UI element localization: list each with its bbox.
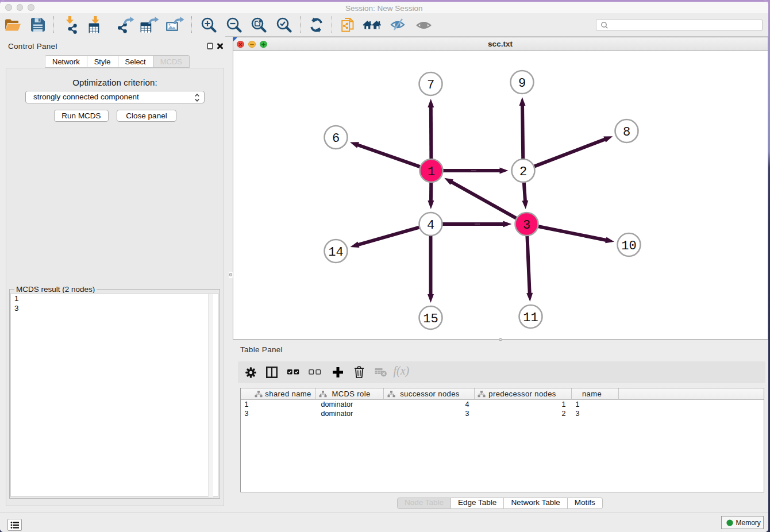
svg-text:3: 3	[522, 218, 530, 233]
svg-text:7: 7	[426, 78, 434, 92]
svg-text:4: 4	[426, 218, 434, 233]
svg-text:15: 15	[423, 312, 438, 326]
svg-text:1: 1	[427, 165, 434, 179]
svg-text:2: 2	[519, 165, 526, 179]
svg-text:10: 10	[621, 239, 636, 253]
svg-text:14: 14	[328, 245, 343, 260]
svg-text:8: 8	[622, 125, 630, 140]
svg-text:6: 6	[332, 132, 339, 146]
svg-text:9: 9	[518, 76, 525, 91]
svg-text:11: 11	[523, 311, 538, 325]
